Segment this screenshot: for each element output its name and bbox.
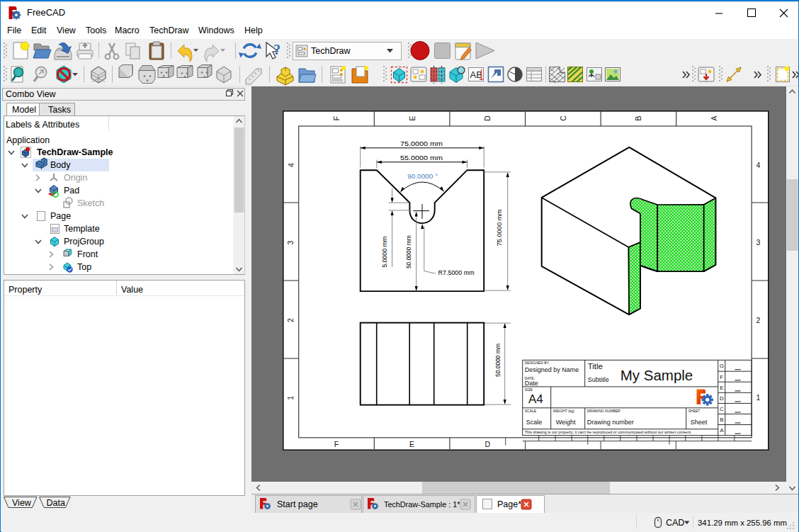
svg-text:50.0000 mm: 50.0000 mm [404, 235, 412, 268]
svg-text:F: F [720, 374, 723, 380]
svg-text:4: 4 [287, 163, 295, 167]
svg-text:D: D [484, 440, 490, 448]
svg-text:Designed by Name: Designed by Name [525, 366, 579, 373]
svg-text:A: A [720, 427, 724, 434]
svg-text:ProjGroup: ProjGroup [64, 237, 104, 247]
svg-text:1: 1 [756, 393, 761, 402]
svg-text:Start page: Start page [277, 499, 318, 509]
svg-text:341.29 mm x 255.96 mm: 341.29 mm x 255.96 mm [698, 519, 787, 527]
svg-text:Front: Front [77, 249, 98, 259]
svg-text:Title: Title [588, 362, 603, 370]
svg-text:Drawing number: Drawing number [587, 419, 634, 426]
svg-text:1: 1 [287, 396, 295, 400]
svg-text:View: View [12, 498, 32, 508]
svg-text:3: 3 [756, 238, 761, 247]
svg-text:3: 3 [287, 241, 295, 245]
svg-text:DRAWING NUMBER: DRAWING NUMBER [587, 409, 620, 413]
svg-text:TechDraw: TechDraw [311, 46, 351, 56]
svg-text:Weight: Weight [556, 419, 576, 426]
svg-text:R7.5000 mm: R7.5000 mm [438, 268, 475, 276]
svg-text:Model: Model [12, 105, 36, 115]
svg-text:G: G [720, 363, 724, 369]
svg-text:DESIGNED BY:: DESIGNED BY: [525, 361, 550, 365]
svg-text:AB: AB [470, 69, 482, 80]
svg-text:E: E [409, 440, 414, 448]
svg-text:TechDraw-Sample : 1*: TechDraw-Sample : 1* [384, 500, 460, 509]
svg-text:My Sample: My Sample [620, 367, 693, 383]
svg-text:F: F [334, 440, 339, 448]
svg-text:D: D [720, 395, 724, 402]
svg-text:Date: Date [525, 380, 538, 387]
svg-text:D: D [483, 115, 492, 121]
svg-text:A4: A4 [528, 392, 543, 406]
svg-text:Labels & Attributes: Labels & Attributes [6, 120, 79, 130]
svg-text:WEIGHT (kg): WEIGHT (kg) [553, 409, 574, 413]
svg-text:55.0000 mm: 55.0000 mm [400, 154, 443, 162]
svg-text:Subtitle: Subtitle [588, 376, 609, 383]
svg-text:B: B [720, 417, 723, 423]
svg-text:E: E [720, 385, 723, 391]
svg-text:SIZE: SIZE [525, 387, 533, 392]
svg-text:Property: Property [8, 285, 42, 295]
svg-text:Data: Data [47, 498, 65, 508]
svg-text:Top: Top [77, 262, 91, 272]
svg-text:?: ? [273, 42, 280, 57]
svg-text:Application: Application [6, 135, 50, 145]
svg-text:Sheet: Sheet [691, 419, 708, 426]
svg-text:TechDraw-Sample: TechDraw-Sample [37, 147, 113, 157]
svg-text:90.0000 °: 90.0000 ° [407, 172, 438, 180]
svg-text:F: F [332, 116, 341, 120]
svg-text:Origin: Origin [64, 173, 87, 183]
svg-text:75.0000 mm: 75.0000 mm [496, 210, 504, 247]
svg-text:A: A [710, 115, 718, 120]
svg-text:Tasks: Tasks [48, 105, 71, 115]
svg-text:2: 2 [287, 318, 295, 322]
svg-text:Sketch: Sketch [77, 198, 104, 208]
svg-text:E: E [408, 115, 416, 120]
svg-text:Page: Page [50, 211, 71, 221]
svg-text:Pad: Pad [64, 186, 79, 196]
svg-text:CAD: CAD [666, 518, 684, 528]
svg-text:Page*: Page* [497, 499, 521, 509]
svg-text:C: C [559, 115, 567, 121]
svg-text:2: 2 [756, 316, 761, 324]
svg-text:SHEET: SHEET [688, 409, 701, 413]
svg-text:SCALE: SCALE [525, 409, 537, 413]
svg-text:5.0000 mm: 5.0000 mm [380, 237, 388, 268]
svg-text:C: C [720, 406, 724, 412]
svg-text:50.0000 mm: 50.0000 mm [494, 344, 502, 377]
svg-text:Scale: Scale [526, 419, 543, 426]
svg-text:Value: Value [121, 285, 143, 295]
svg-text:75.0000 mm: 75.0000 mm [400, 140, 443, 147]
svg-text:Template: Template [64, 224, 100, 234]
svg-text:Combo View: Combo View [6, 89, 57, 99]
svg-text:This drawing is our property;: This drawing is our property; it can't b… [525, 430, 692, 434]
svg-text:4: 4 [756, 161, 761, 169]
svg-text:B: B [634, 115, 642, 120]
svg-text:Body: Body [50, 160, 71, 170]
